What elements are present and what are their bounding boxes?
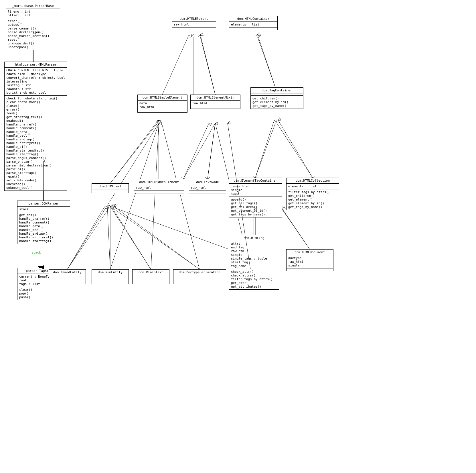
- htmlelementmixin-attrs: raw_html: [191, 101, 240, 106]
- htmlelement-empty: [172, 28, 216, 30]
- htmldocument-title: dom.HTMLDocument: [287, 250, 333, 255]
- markupbase-methods: error() getpos() parse_comment() parse_d…: [6, 18, 60, 50]
- htmlcontainer-title: dom.HTMLContainer: [229, 16, 277, 22]
- svg-line-20: [67, 206, 110, 269]
- svg-line-15: [255, 123, 275, 178]
- svg-line-18: [282, 209, 310, 249]
- htmlsimpleelement-title: dom.HTMLSimpleElement: [138, 95, 187, 101]
- textnode-empty: [189, 191, 226, 193]
- htmlhiddenelement-attrs: raw_html: [134, 185, 184, 191]
- tagcontainer-empty: [251, 93, 303, 96]
- box-textnode: dom.TextNode raw_html: [189, 179, 226, 193]
- namedentity-empty: [49, 275, 86, 284]
- htmlcollection-title: dom.HTMLCollection: [287, 178, 339, 184]
- plaintext-empty: [133, 275, 169, 284]
- htmlhiddenelement-empty: [134, 191, 184, 193]
- textnode-attrs: raw_html: [189, 185, 226, 191]
- htmlparser-methods: check_for_whole_start_tag() clear_cdata_…: [5, 96, 67, 191]
- box-htmlelementmixin: dom.HTMLElementMixin raw_html: [190, 95, 240, 109]
- box-htmlcontainer: dom.HTMLContainer elements : list: [229, 16, 278, 30]
- box-numentity: dom.NumEntity: [92, 269, 129, 284]
- htmltext-empty: [92, 189, 129, 193]
- svg-line-6: [110, 123, 157, 183]
- htmldocument-empty: [287, 268, 333, 271]
- elementtagcontainer-title: dom.ElementTagContainer: [229, 178, 282, 184]
- htmlsimpleelement-empty: [138, 110, 187, 112]
- svg-line-41: [67, 207, 104, 269]
- svg-line-23: [110, 206, 200, 269]
- numentity-empty: [92, 275, 129, 284]
- box-htmldocument: dom.HTMLDocument doctype raw_html single: [286, 249, 333, 271]
- markupbase-attrs: lineno : int offset : int: [6, 9, 60, 18]
- htmlsimpleelement-attrs: data raw_html: [138, 101, 187, 110]
- svg-line-22: [110, 206, 151, 269]
- htmldocument-attrs: doctype raw_html single: [287, 255, 333, 268]
- box-tagcontainer: dom.TagContainer get_children() get_elem…: [250, 87, 303, 109]
- tagcontainer-methods: get_children() get_element_by_id() get_t…: [251, 96, 303, 109]
- elementtagcontainer-methods: append() get_all_tags() get_children() g…: [229, 197, 282, 217]
- svg-line-43: [112, 207, 151, 269]
- stack-label: stack: [31, 251, 41, 254]
- htmlcollection-methods: filter_tags_by_attrs() get_children() ge…: [287, 189, 339, 210]
- box-elementtagcontainer: dom.ElementTagContainer inner_html singl…: [229, 178, 282, 217]
- doctypedeclaration-title: dom.DoctypeDeclaration: [173, 270, 226, 275]
- plaintext-title: dom.PlainText: [133, 270, 169, 275]
- tagstack-methods: clear() pop() push(): [17, 287, 63, 300]
- diagram-container: _markupbase.ParserBase lineno : int offs…: [0, 0, 476, 473]
- svg-line-33: [110, 120, 158, 183]
- box-domparser: parser.DOMParser stack get_dom() handle_…: [17, 201, 70, 244]
- box-htmlparser: html.parser.HTMLParser CDATA_CONTENT_ELE…: [4, 62, 67, 191]
- htmlparser-attrs: CDATA_CONTENT_ELEMENTS : tuple cdata_ele…: [5, 68, 67, 96]
- htmlcontainer-empty: [229, 28, 277, 30]
- doctypedeclaration-empty: [173, 275, 226, 284]
- box-htmlelement: dom.HTMLElement raw_html: [172, 16, 216, 30]
- domparser-title: parser.DOMParser: [17, 201, 70, 207]
- svg-line-32: [258, 35, 275, 87]
- htmltag-methods: check_attr() check_attrs() filter_tags_b…: [229, 269, 279, 289]
- htmlelementmixin-title: dom.HTMLElementMixin: [191, 95, 240, 101]
- box-htmlsimpleelement: dom.HTMLSimpleElement data raw_html: [137, 95, 187, 113]
- svg-line-19: [110, 206, 229, 249]
- box-htmltext: dom.HTMLText: [92, 183, 129, 193]
- numentity-title: dom.NumEntity: [92, 270, 129, 275]
- textnode-title: dom.TextNode: [189, 179, 226, 185]
- htmltag-attrs: attrs end_tag raw_html single single_tag…: [229, 241, 279, 269]
- box-plaintext: dom.PlainText: [132, 269, 169, 284]
- svg-line-8: [110, 123, 159, 269]
- htmlelement-attrs: raw_html: [172, 22, 216, 28]
- svg-line-40: [283, 209, 310, 249]
- htmlcollection-attrs: elements : list: [287, 184, 339, 189]
- svg-line-10: [162, 123, 200, 269]
- htmlhiddenelement-title: dom.HTMLHiddenElement: [134, 179, 184, 185]
- svg-line-37: [255, 120, 274, 178]
- box-doctypedeclaration: dom.DoctypeDeclaration: [173, 269, 226, 284]
- namedentity-title: dom.NamedEntity: [49, 270, 86, 275]
- svg-line-34: [183, 123, 209, 179]
- htmlcontainer-attrs: elements : list: [229, 22, 277, 28]
- svg-line-7: [67, 123, 159, 269]
- box-namedentity: dom.NamedEntity: [49, 269, 86, 284]
- svg-line-30: [162, 35, 189, 95]
- htmlelementmixin-empty: [191, 106, 240, 109]
- htmlelement-title: dom.HTMLElement: [172, 16, 216, 22]
- svg-line-9: [151, 123, 159, 269]
- domparser-methods: get_dom() handle_charref() handle_commen…: [17, 212, 70, 244]
- htmlparser-title: html.parser.HTMLParser: [5, 62, 67, 68]
- svg-line-12: [183, 123, 215, 179]
- svg-line-35: [208, 123, 215, 179]
- htmltag-title: dom.HTMLTag: [229, 235, 279, 241]
- svg-line-42: [107, 207, 110, 269]
- htmltext-title: dom.HTMLText: [92, 184, 129, 189]
- elementtagcontainer-attrs: inner_html single tags: [229, 184, 282, 197]
- svg-line-31: [200, 35, 215, 95]
- svg-line-16: [277, 123, 313, 178]
- box-htmlcollection: dom.HTMLCollection elements : list filte…: [286, 178, 339, 210]
- box-htmlhiddenelement: dom.HTMLHiddenElement raw_html: [134, 179, 184, 193]
- svg-line-13: [208, 123, 215, 179]
- domparser-attrs: stack: [17, 207, 70, 212]
- svg-line-5: [258, 37, 275, 87]
- box-markupbase: _markupbase.ParserBase lineno : int offs…: [6, 3, 60, 50]
- svg-line-4: [200, 37, 215, 95]
- tagcontainer-title: dom.TagContainer: [251, 88, 303, 93]
- markupbase-title: _markupbase.ParserBase: [6, 3, 60, 9]
